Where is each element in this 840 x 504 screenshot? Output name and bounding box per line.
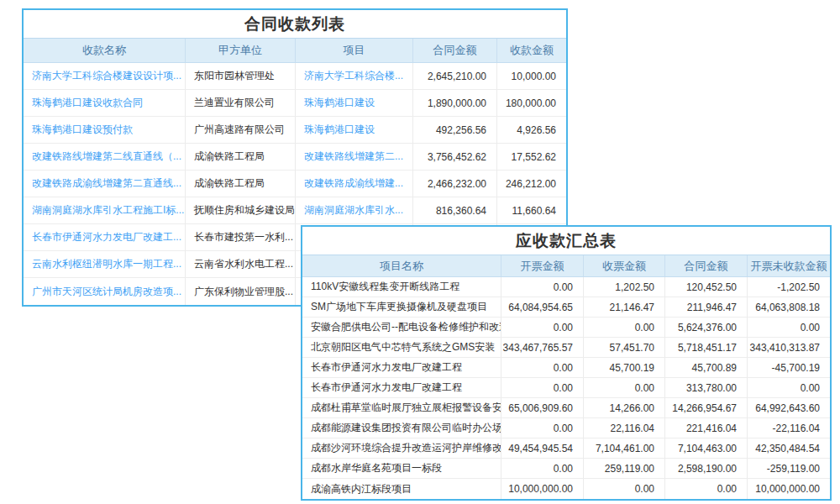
table-row: 珠海鹤港口建设预付款广州高速路有限公司珠海鹤港口建设492,256.564,92… (24, 117, 566, 144)
contract-amount-cell: 211,946.47 (665, 297, 748, 317)
invoiced-unpaid-amount-cell: -1,202.50 (748, 277, 830, 297)
receipt-name-link[interactable]: 珠海鹤港口建设预付款 (24, 117, 186, 143)
table-row: 长春市伊通河水力发电厂改建工程0.000.00313,780.000.00 (302, 378, 830, 398)
contract-amount-cell: 3,756,452.62 (413, 144, 497, 170)
invoiced-unpaid-amount-cell: -45,700.19 (748, 358, 830, 377)
project-name-cell: 长春市伊通河水力发电厂改建工程 (302, 358, 501, 377)
project-link[interactable]: 珠海鹤港口建设 (296, 90, 413, 116)
table-row: 成都水岸华庭名苑项目一标段0.00259,119.002,598,190.00-… (302, 459, 830, 479)
invoiced-amount-cell: 64,084,954.65 (501, 297, 584, 317)
contract-amount-cell: 2,598,190.00 (665, 459, 748, 478)
table-row: 成都能源建设集团投资有限公司临时办公场所...0.0022,116.04221,… (302, 418, 830, 438)
contract-amount-cell: 1,890,000.00 (413, 90, 497, 116)
table-row: 成都杜甫草堂临时展厅独立展柜报警设备安装...65,006,909.6014,2… (302, 398, 830, 418)
received-invoice-amount-cell: 1,202.50 (584, 277, 665, 297)
received-invoice-amount-cell: 0.00 (584, 318, 665, 337)
column-header: 收款金额 (497, 39, 566, 62)
receipt-name-link[interactable]: 云南水利枢纽潜明水库一期工程... (24, 251, 186, 277)
invoiced-unpaid-amount-cell: -22,116.04 (748, 418, 830, 438)
project-link[interactable]: 改建铁路成渝线增建... (296, 171, 413, 197)
invoiced-amount-cell: 0.00 (501, 459, 584, 478)
receivables-summary-table-title: 应收款汇总表 (302, 227, 830, 255)
receipt-name-link[interactable]: 长春市伊通河水力发电厂改建工... (24, 224, 186, 250)
receipt-name-link[interactable]: 改建铁路成渝线增建第二直通线... (24, 171, 186, 197)
receipt-name-link[interactable]: 湖南洞庭湖水库引水工程施工I标... (24, 197, 186, 223)
project-name-cell: SM广场地下车库更换摄像机及硬盘项目 (302, 297, 501, 317)
table-row: 改建铁路线增建第二线直通线（...成渝铁路工程局改建铁路线增建第二...3,75… (24, 144, 566, 171)
receipt-name-link[interactable]: 济南大学工科综合楼建设设计项... (24, 63, 186, 89)
column-header: 开票未收款金额 (748, 255, 830, 276)
column-header: 项目名称 (302, 255, 501, 276)
party-a-cell: 广东保利物业管理股... (186, 278, 296, 305)
invoiced-unpaid-amount-cell: 10,000,000.00 (748, 479, 830, 499)
party-a-cell: 东阳市园林管理处 (186, 63, 296, 89)
received-amount-cell: 10,000.00 (497, 63, 566, 89)
invoiced-unpaid-amount-cell: 42,350,484.54 (748, 438, 830, 458)
table-row: 110kV安徽线程集变开断线路工程0.001,202.50120,452.50-… (302, 277, 830, 297)
project-link[interactable]: 改建铁路线增建第二... (296, 144, 413, 170)
receivables-summary-table-header: 项目名称开票金额收票金额合同金额开票未收款金额 (302, 255, 830, 277)
table-row: 安徽合肥供电公司--配电设备检修维护和改造0.000.005,624,376.0… (302, 318, 830, 338)
party-a-cell: 兰迪置业有限公司 (186, 90, 296, 116)
column-header: 合同金额 (665, 255, 748, 276)
table-row: 成渝高铁内江标段项目10,000,000.000.000.0010,000,00… (302, 479, 830, 499)
party-a-cell: 成渝铁路工程局 (186, 171, 296, 197)
invoiced-unpaid-amount-cell: -259,119.00 (748, 459, 830, 478)
contract-amount-cell: 221,416.04 (665, 418, 748, 438)
invoiced-amount-cell: 10,000,000.00 (501, 479, 584, 499)
project-link[interactable]: 珠海鹤港口建设 (296, 117, 413, 143)
received-amount-cell: 17,552.62 (497, 144, 566, 170)
party-a-cell: 广州高速路有限公司 (186, 117, 296, 143)
received-invoice-amount-cell: 57,451.70 (584, 338, 665, 357)
invoiced-amount-cell: 0.00 (501, 418, 584, 438)
invoiced-unpaid-amount-cell: 64,063,808.18 (748, 297, 830, 317)
party-a-cell: 长春市建投第一水利... (186, 224, 296, 250)
project-name-cell: 长春市伊通河水力发电厂改建工程 (302, 378, 501, 397)
received-invoice-amount-cell: 259,119.00 (584, 459, 665, 478)
received-amount-cell: 180,000.00 (497, 90, 566, 116)
received-invoice-amount-cell: 45,700.19 (584, 358, 665, 377)
invoiced-amount-cell: 0.00 (501, 277, 584, 297)
contract-amount-cell: 2,466,232.00 (413, 171, 497, 197)
table-row: 长春市伊通河水力发电厂改建工程0.0045,700.1945,700.89-45… (302, 358, 830, 378)
received-amount-cell: 4,926.56 (497, 117, 566, 143)
project-name-cell: 成都杜甫草堂临时展厅独立展柜报警设备安装... (302, 398, 501, 417)
receipt-name-link[interactable]: 改建铁路线增建第二线直通线（... (24, 144, 186, 170)
contract-amount-cell: 7,104,463.00 (665, 438, 748, 458)
table-row: 成都沙河环境综合提升改造运河护岸维修改造49,454,945.547,104,4… (302, 438, 830, 459)
invoiced-unpaid-amount-cell: 0.00 (748, 318, 830, 337)
contract-receipts-table-title: 合同收款列表 (24, 10, 566, 38)
invoiced-unpaid-amount-cell: 343,410,313.87 (748, 338, 830, 357)
contract-amount-cell: 120,452.50 (665, 277, 748, 297)
column-header: 甲方单位 (186, 39, 296, 62)
column-header: 项目 (296, 39, 413, 62)
receivables-summary-table: 应收款汇总表 项目名称开票金额收票金额合同金额开票未收款金额 110kV安徽线程… (301, 225, 832, 501)
received-invoice-amount-cell: 21,146.47 (584, 297, 665, 317)
project-name-cell: 110kV安徽线程集变开断线路工程 (302, 277, 501, 297)
receivables-summary-table-body: 110kV安徽线程集变开断线路工程0.001,202.50120,452.50-… (302, 277, 830, 499)
contract-amount-cell: 2,645,210.00 (413, 63, 497, 89)
receipt-name-link[interactable]: 珠海鹤港口建设收款合同 (24, 90, 186, 116)
project-name-cell: 安徽合肥供电公司--配电设备检修维护和改造 (302, 318, 501, 337)
project-name-cell: 成渝高铁内江标段项目 (302, 479, 501, 499)
contract-amount-cell: 5,624,376.00 (665, 318, 748, 337)
received-invoice-amount-cell: 22,116.04 (584, 418, 665, 438)
party-a-cell: 成渝铁路工程局 (186, 144, 296, 170)
contract-amount-cell: 816,360.64 (413, 197, 497, 223)
contract-amount-cell: 5,718,451.17 (665, 338, 748, 357)
received-invoice-amount-cell: 14,266.00 (584, 398, 665, 417)
table-row: 改建铁路成渝线增建第二直通线...成渝铁路工程局改建铁路成渝线增建...2,46… (24, 171, 566, 197)
receipt-name-link[interactable]: 广州市天河区统计局机房改造项... (24, 278, 186, 305)
table-row: SM广场地下车库更换摄像机及硬盘项目64,084,954.6521,146.47… (302, 297, 830, 318)
project-link[interactable]: 湖南洞庭湖水库引水... (296, 197, 413, 223)
invoiced-amount-cell: 65,006,909.60 (501, 398, 584, 417)
contract-amount-cell: 313,780.00 (665, 378, 748, 397)
project-link[interactable]: 济南大学工科综合楼... (296, 63, 413, 89)
received-invoice-amount-cell: 0.00 (584, 479, 665, 499)
table-row: 湖南洞庭湖水库引水工程施工I标...抚顺住房和城乡建设局湖南洞庭湖水库引水...… (24, 197, 566, 224)
project-name-cell: 北京朝阳区电气中芯特气系统之GMS安装 (302, 338, 501, 357)
column-header: 收票金额 (584, 255, 665, 276)
contract-receipts-table-header: 收款名称甲方单位项目合同金额收款金额 (24, 38, 566, 63)
table-row: 珠海鹤港口建设收款合同兰迪置业有限公司珠海鹤港口建设1,890,000.0018… (24, 90, 566, 117)
party-a-cell: 云南省水利水电工程... (186, 251, 296, 277)
